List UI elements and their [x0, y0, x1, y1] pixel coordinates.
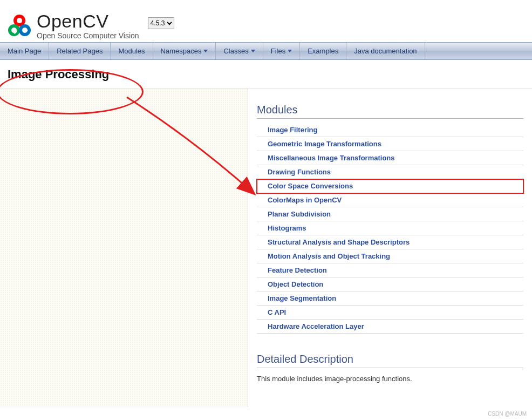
- chevron-down-icon: [251, 50, 255, 52]
- module-link[interactable]: C API: [268, 308, 286, 316]
- module-link[interactable]: Object Detection: [268, 280, 323, 288]
- module-list-item: Object Detection: [257, 277, 523, 292]
- chevron-down-icon: [288, 50, 292, 52]
- module-link[interactable]: Feature Detection: [268, 266, 327, 274]
- browser-tabstrip: [0, 0, 532, 8]
- module-link[interactable]: ColorMaps in OpenCV: [268, 196, 342, 204]
- page-title-bar: Image Processing: [0, 60, 532, 89]
- nav-modules[interactable]: Modules: [111, 43, 153, 59]
- nav-files[interactable]: Files: [263, 43, 300, 59]
- module-link[interactable]: Structural Analysis and Shape Descriptor…: [268, 238, 410, 246]
- module-list-item: Structural Analysis and Shape Descriptor…: [257, 235, 523, 249]
- module-list-item: Drawing Functions: [257, 165, 523, 179]
- module-link[interactable]: Drawing Functions: [268, 168, 331, 176]
- nav-label: Namespaces: [161, 47, 202, 55]
- detailed-description-heading: Detailed Description: [257, 353, 523, 368]
- module-link[interactable]: Histograms: [268, 224, 306, 232]
- left-sidebar: [0, 89, 248, 407]
- module-list-item: Motion Analysis and Object Tracking: [257, 249, 523, 263]
- module-list-item: Hardware Acceleration Layer: [257, 320, 523, 334]
- nav-examples[interactable]: Examples: [300, 43, 346, 59]
- module-list-item: Planar Subdivision: [257, 207, 523, 221]
- module-list-item: Histograms: [257, 221, 523, 235]
- nav-label: Main Page: [8, 47, 41, 55]
- module-list-item: Miscellaneous Image Transformations: [257, 151, 523, 165]
- module-list-item: Feature Detection: [257, 263, 523, 277]
- page-title: Image Processing: [8, 67, 109, 81]
- chevron-down-icon: [203, 50, 208, 52]
- detailed-description-text: This module includes image-processing fu…: [257, 375, 523, 383]
- module-list: Image FilteringGeometric Image Transform…: [257, 123, 523, 334]
- module-list-item: Image Filtering: [257, 123, 523, 137]
- opencv-logo-icon: [8, 14, 31, 38]
- main-nav: Main Page Related Pages Modules Namespac…: [0, 42, 532, 60]
- version-select[interactable]: 4.5.3: [148, 17, 174, 29]
- svg-rect-3: [18, 19, 22, 23]
- header: OpenCV Open Source Computer Vision 4.5.3: [0, 8, 532, 42]
- version-selector[interactable]: 4.5.3: [148, 17, 174, 29]
- module-link[interactable]: Miscellaneous Image Transformations: [268, 154, 395, 162]
- module-link[interactable]: Color Space Conversions: [268, 182, 353, 190]
- modules-heading: Modules: [257, 104, 523, 119]
- nav-java-docs[interactable]: Java documentation: [346, 43, 425, 59]
- content-area: Modules Image FilteringGeometric Image T…: [248, 89, 532, 407]
- nav-namespaces[interactable]: Namespaces: [153, 43, 216, 59]
- module-link[interactable]: Motion Analysis and Object Tracking: [268, 252, 390, 260]
- nav-classes[interactable]: Classes: [216, 43, 263, 59]
- module-link[interactable]: Planar Subdivision: [268, 210, 331, 218]
- nav-related-pages[interactable]: Related Pages: [49, 43, 111, 59]
- module-list-item: Color Space Conversions: [257, 179, 523, 193]
- module-link[interactable]: Image Segmentation: [268, 294, 336, 302]
- module-list-item: Image Segmentation: [257, 292, 523, 306]
- site-title: OpenCV: [37, 12, 139, 30]
- module-list-item: C API: [257, 306, 523, 320]
- nav-label: Related Pages: [57, 47, 103, 55]
- module-link[interactable]: Image Filtering: [268, 126, 317, 134]
- module-list-item: Geometric Image Transformations: [257, 137, 523, 151]
- nav-label: Java documentation: [354, 47, 417, 55]
- nav-label: Examples: [308, 47, 338, 55]
- nav-label: Classes: [223, 47, 248, 55]
- nav-label: Files: [271, 47, 285, 55]
- nav-main-page[interactable]: Main Page: [0, 43, 49, 59]
- nav-label: Modules: [118, 47, 145, 55]
- module-link[interactable]: Geometric Image Transformations: [268, 140, 381, 148]
- module-list-item: ColorMaps in OpenCV: [257, 193, 523, 207]
- module-link[interactable]: Hardware Acceleration Layer: [268, 322, 364, 330]
- site-subtitle: Open Source Computer Vision: [37, 31, 139, 40]
